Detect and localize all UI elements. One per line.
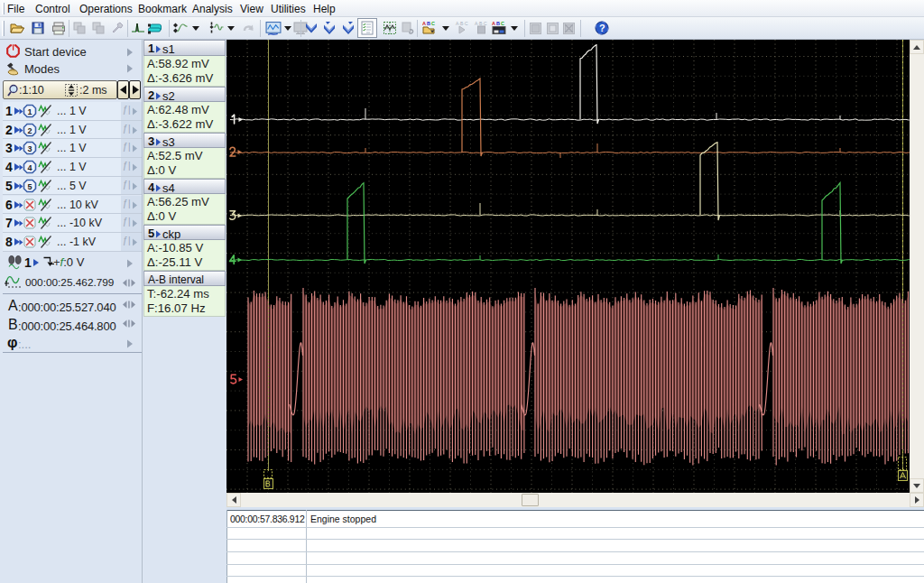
svg-text:C: C bbox=[431, 21, 435, 26]
svg-text:?: ? bbox=[599, 23, 605, 33]
svg-text:2: 2 bbox=[28, 125, 32, 134]
svg-text:B: B bbox=[427, 21, 430, 26]
svg-text:1: 1 bbox=[28, 107, 32, 116]
svg-text:A: A bbox=[492, 21, 495, 26]
svg-text:3: 3 bbox=[28, 144, 32, 153]
svg-text:A·B·C: A·B·C bbox=[475, 21, 487, 26]
svg-text:A: A bbox=[422, 21, 426, 26]
svg-text:4: 4 bbox=[28, 163, 32, 172]
svg-text:5: 5 bbox=[28, 181, 32, 190]
svg-text:A·B·C: A·B·C bbox=[456, 21, 468, 26]
svg-text:C: C bbox=[501, 21, 504, 26]
svg-text:B: B bbox=[496, 21, 500, 26]
